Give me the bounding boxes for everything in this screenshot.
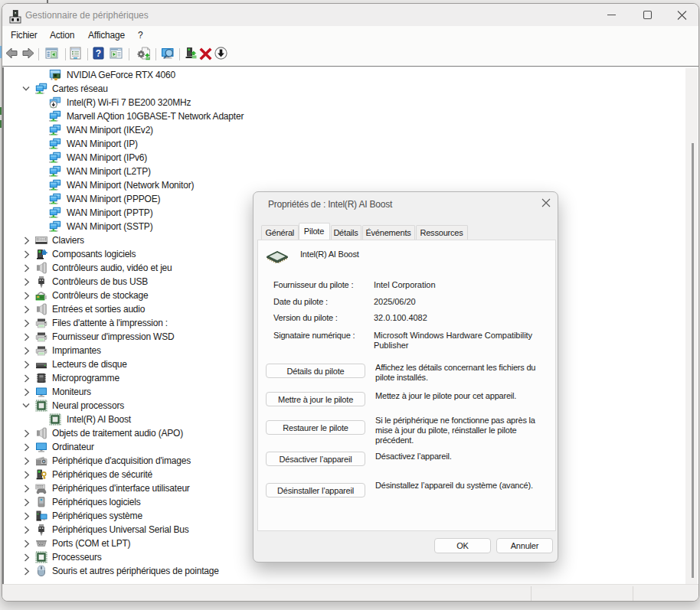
svg-text:?: ? bbox=[96, 48, 101, 59]
